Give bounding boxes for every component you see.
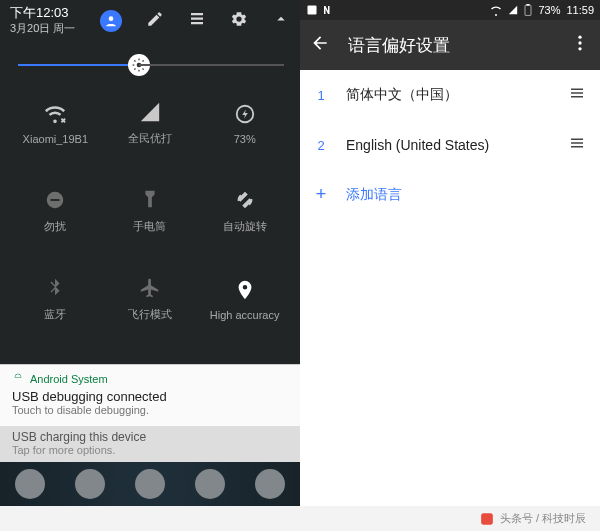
svg-point-23 [578,36,581,39]
language-settings-screen: 73% 11:59 语言偏好设置 1 简体中文（中国） 2 [300,0,600,506]
status-battery: 73% [538,4,560,16]
tile-cellular[interactable]: 全民优打 [103,80,198,168]
chevron-up-icon[interactable] [272,10,290,32]
dock-icon[interactable] [135,469,165,499]
svg-rect-29 [571,139,583,141]
language-item[interactable]: 1 简体中文（中国） [300,70,600,120]
more-icon[interactable] [570,33,590,57]
wifi-off-icon [44,103,66,125]
tile-battery[interactable]: 73% [197,80,292,168]
dock [0,462,300,506]
add-language-label: 添加语言 [346,186,402,204]
language-name: English (United States) [346,137,550,153]
svg-rect-30 [571,142,583,144]
tile-bluetooth[interactable]: 蓝牙 [8,256,103,344]
tile-wifi[interactable]: Xiaomi_19B1 [8,80,103,168]
notification-title: USB charging this device [12,430,288,444]
svg-point-18 [16,376,17,377]
status-bar-right: 73% 11:59 [300,0,600,20]
svg-point-24 [578,41,581,44]
svg-point-0 [109,16,114,21]
svg-rect-17 [51,200,60,202]
status-bar-left: 下午12:03 3月20日 周一 [0,0,300,36]
notification-usb-charging[interactable]: USB charging this device Tap for more op… [0,426,300,462]
battery-icon [524,4,532,16]
svg-line-11 [135,68,136,69]
tile-label: 手电筒 [133,219,166,234]
notification-desc: Touch to disable debugging. [12,404,288,416]
dock-icon[interactable] [75,469,105,499]
svg-line-9 [135,60,136,61]
language-item[interactable]: 2 English (United States) [300,120,600,170]
drag-handle-icon[interactable] [568,134,586,156]
tiles-list-icon[interactable] [188,10,206,32]
battery-circle-icon [234,103,256,125]
tile-label: 蓝牙 [44,307,66,322]
status-date: 3月20日 周一 [10,21,75,36]
tile-label: 飞行模式 [128,307,172,322]
notification-header: Android System [30,373,108,385]
svg-rect-26 [571,89,583,91]
signal-icon [139,101,161,123]
brightness-thumb[interactable] [128,54,150,76]
drag-handle-icon[interactable] [568,84,586,106]
add-language-button[interactable]: + 添加语言 [300,170,600,219]
language-name: 简体中文（中国） [346,86,550,104]
dnd-icon [44,189,66,211]
brightness-slider[interactable] [0,36,300,80]
svg-point-25 [578,47,581,50]
signal-icon [508,4,518,16]
svg-rect-31 [571,146,583,148]
app-bar: 语言偏好设置 [300,20,600,70]
svg-line-10 [143,68,144,69]
plus-icon: + [314,184,328,205]
tile-dnd[interactable]: 勿扰 [8,168,103,256]
tile-label: 自动旋转 [223,219,267,234]
dock-icon[interactable] [195,469,225,499]
quick-settings-panel: 下午12:03 3月20日 周一 [0,0,300,506]
tile-label: High accuracy [210,309,280,321]
svg-rect-21 [525,5,531,15]
svg-rect-28 [571,96,583,98]
notification-usb-debugging[interactable]: Android System USB debugging connected T… [0,364,300,426]
dock-icon[interactable] [15,469,45,499]
notification-desc: Tap for more options. [12,444,288,456]
bluetooth-icon [44,277,66,299]
account-icon[interactable] [100,10,122,32]
edit-icon[interactable] [146,10,164,32]
rotate-icon [234,189,256,211]
location-icon [234,279,256,301]
tile-autorotate[interactable]: 自动旋转 [197,168,292,256]
status-time: 下午12:03 [10,6,75,21]
gear-icon[interactable] [230,10,248,32]
language-index: 2 [314,138,328,153]
tile-label: 73% [234,133,256,145]
language-index: 1 [314,88,328,103]
tile-location[interactable]: High accuracy [197,256,292,344]
svg-rect-1 [191,13,203,15]
svg-rect-22 [527,4,529,5]
watermark-footer: 头条号 / 科技时辰 [0,506,600,531]
svg-point-19 [19,376,20,377]
flashlight-icon [139,189,161,211]
back-icon[interactable] [310,33,330,57]
svg-rect-20 [308,6,317,15]
svg-rect-27 [571,92,583,94]
status-time: 11:59 [566,4,594,16]
android-icon [12,373,24,385]
tile-label: Xiaomi_19B1 [23,133,88,145]
page-title: 语言偏好设置 [348,34,552,57]
svg-rect-2 [191,18,203,20]
airplane-icon [139,277,161,299]
tile-airplane[interactable]: 飞行模式 [103,256,198,344]
svg-rect-32 [481,513,493,525]
tile-flashlight[interactable]: 手电筒 [103,168,198,256]
tile-label: 勿扰 [44,219,66,234]
svg-point-4 [137,63,142,68]
android-n-icon [322,4,334,16]
wifi-icon [490,4,502,16]
dock-icon[interactable] [255,469,285,499]
svg-line-12 [143,60,144,61]
notification-title: USB debugging connected [12,389,288,404]
toutiao-icon [480,512,494,526]
